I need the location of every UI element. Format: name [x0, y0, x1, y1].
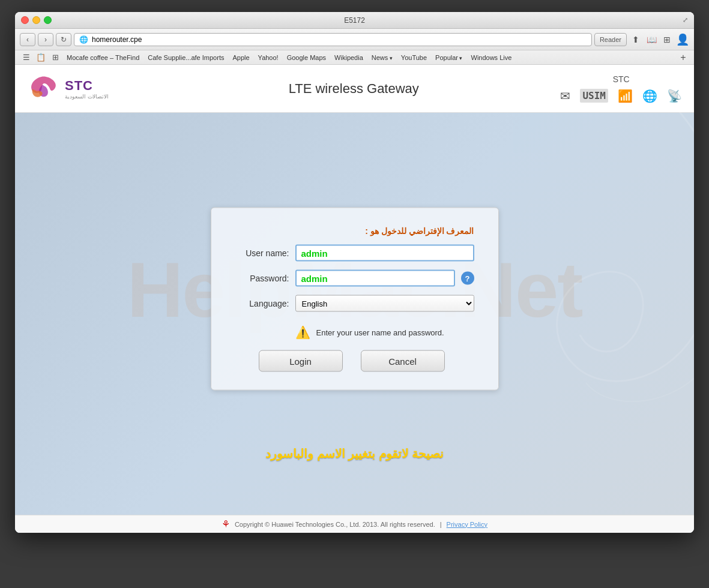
footer-separator: | — [440, 521, 442, 528]
footer-copyright: Copyright © Huawei Technologies Co., Ltd… — [235, 521, 435, 528]
window-title: E5172 — [344, 16, 365, 25]
grid-icon[interactable]: ⊞ — [660, 33, 674, 46]
warning-row: ⚠️ Enter your user name and password. — [295, 320, 474, 344]
bookmark-item-googlemaps[interactable]: Google Maps — [283, 53, 330, 62]
forward-button[interactable]: › — [38, 33, 53, 46]
stc-logo-svg — [27, 74, 60, 104]
carrier-name: STC — [613, 74, 630, 84]
language-label: Language: — [229, 299, 289, 308]
stc-brand-text: STC الاتصالات السعودية — [65, 78, 109, 100]
arabic-note: نصيحة لاتقوم بتغيير الاسم والباسورد — [265, 446, 443, 461]
globe-icon[interactable]: 🌐 — [642, 89, 657, 103]
bookmark-item-cafe[interactable]: Cafe Supplie...afe Imports — [144, 53, 228, 62]
warning-text: Enter your user name and password. — [316, 328, 444, 337]
bookmark-item-windowslive[interactable]: Windows Live — [468, 53, 516, 62]
share-icon[interactable]: ⬆ — [629, 33, 642, 46]
bookmarks-bar: ☰ 📋 ⊞ Mocafe coffee – TheFind Cafe Suppl… — [15, 50, 694, 65]
expand-icon[interactable]: ⤢ — [683, 16, 688, 24]
address-globe-icon: 🌐 — [79, 35, 88, 44]
address-bar: 🌐 — [74, 33, 592, 46]
header-right: STC ✉ USIM 📶 🌐 📡 — [560, 74, 682, 103]
url-input[interactable] — [92, 35, 587, 44]
cancel-button[interactable]: Cancel — [361, 350, 445, 372]
password-help-icon[interactable]: ? — [461, 272, 474, 285]
login-button[interactable]: Login — [259, 350, 343, 372]
browser-content: STC الاتصالات السعودية LTE wireless Gate… — [15, 65, 694, 533]
stc-brand-name: STC — [65, 78, 109, 94]
bookmarks-icon[interactable]: 📖 — [645, 33, 658, 46]
reading-list-icon[interactable]: 📋 — [34, 51, 47, 64]
header-icons: ✉ USIM 📶 🌐 📡 — [560, 89, 682, 103]
svg-point-0 — [514, 125, 694, 425]
reader-button[interactable]: Reader — [594, 33, 627, 46]
page-header: STC الاتصالات السعودية LTE wireless Gate… — [15, 65, 694, 113]
password-row: Password: ? — [229, 270, 474, 287]
maximize-button[interactable] — [44, 16, 52, 24]
form-buttons: Login Cancel — [229, 350, 474, 372]
mail-icon[interactable]: ✉ — [560, 89, 570, 103]
wifi-icon[interactable]: 📡 — [667, 89, 682, 103]
window-controls — [21, 16, 52, 24]
bookmark-item-popular[interactable]: Popular — [432, 53, 466, 62]
language-row: Language: English Arabic French Spanish — [229, 295, 474, 312]
sidebar-icon[interactable]: ☰ — [20, 51, 33, 64]
add-bookmark-icon[interactable]: + — [677, 52, 689, 64]
back-button[interactable]: ‹ — [20, 33, 35, 46]
close-button[interactable] — [21, 16, 29, 24]
toolbar-icons: ⬆ 📖 ⊞ — [629, 33, 674, 46]
language-select[interactable]: English Arabic French Spanish — [295, 295, 474, 312]
bookmark-item-news[interactable]: News — [368, 53, 396, 62]
arabic-hint-text: : المعرف الإفتراضي للدخول هو — [229, 226, 474, 236]
privacy-policy-link[interactable]: Privacy Policy — [447, 521, 487, 528]
login-form-container: : المعرف الإفتراضي للدخول هو User name: … — [211, 208, 499, 391]
bookmark-item-mocafe[interactable]: Mocafe coffee – TheFind — [63, 53, 143, 62]
username-input[interactable] — [295, 245, 474, 262]
password-label: Password: — [229, 274, 289, 283]
refresh-button[interactable]: ↻ — [56, 33, 71, 46]
bookmark-item-yahoo[interactable]: Yahoo! — [255, 53, 282, 62]
minimize-button[interactable] — [32, 16, 40, 24]
gateway-title: LTE wireless Gateway — [147, 81, 560, 97]
apps-icon[interactable]: ⊞ — [49, 51, 62, 64]
username-row: User name: — [229, 245, 474, 262]
username-label: User name: — [229, 248, 289, 258]
bookmark-item-apple[interactable]: Apple — [229, 53, 253, 62]
browser-window: E5172 ⤢ ‹ › ↻ 🌐 Reader ⬆ 📖 ⊞ 👤 ☰ 📋 ⊞ Moc… — [15, 12, 694, 533]
page-footer: ⚘ Copyright © Huawei Technologies Co., L… — [15, 515, 694, 533]
stc-brand-arabic: الاتصالات السعودية — [65, 94, 109, 100]
signal-icon[interactable]: 📶 — [618, 89, 633, 103]
person-icon[interactable]: 👤 — [676, 33, 689, 46]
huawei-logo-icon: ⚘ — [222, 518, 230, 530]
password-input[interactable] — [295, 270, 455, 287]
toolbar: ‹ › ↻ 🌐 Reader ⬆ 📖 ⊞ 👤 — [15, 29, 694, 50]
bookmark-item-wikipedia[interactable]: Wikipedia — [331, 53, 367, 62]
logo-area: STC الاتصالات السعودية — [27, 74, 147, 104]
warning-icon: ⚠️ — [295, 325, 310, 340]
title-bar: E5172 ⤢ — [15, 12, 694, 29]
bookmark-item-youtube[interactable]: YouTube — [397, 53, 430, 62]
sim-icon[interactable]: USIM — [580, 89, 608, 103]
